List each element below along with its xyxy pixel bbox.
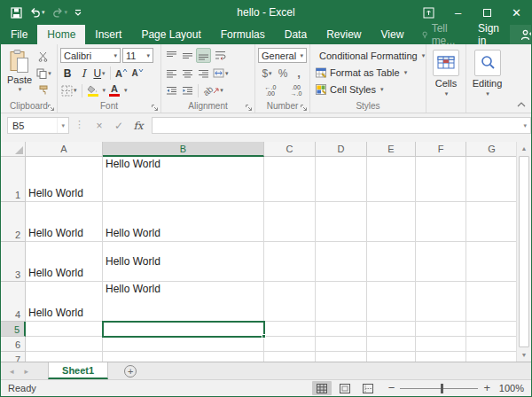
tab-formulas[interactable]: Formulas (211, 25, 275, 44)
tell-me-button[interactable]: Tell me... (413, 25, 467, 44)
cell-B6[interactable] (103, 337, 264, 352)
font-name-select[interactable]: Calibri▾ (60, 48, 121, 63)
increase-font-button[interactable]: A (114, 66, 129, 81)
scroll-down-icon[interactable]: ▼ (517, 348, 531, 362)
cell-G4[interactable] (466, 282, 518, 322)
increase-decimal-button[interactable]: ←.0 .00 (260, 83, 281, 98)
cell-E6[interactable] (367, 337, 416, 352)
paste-dropdown-icon[interactable]: ▾ (19, 86, 22, 93)
cell-F3[interactable] (416, 242, 466, 282)
italic-button[interactable]: I (76, 66, 90, 81)
select-all-button[interactable] (1, 142, 26, 157)
row-header-7[interactable]: 7 (1, 352, 26, 362)
name-box-dropdown-icon[interactable]: ▾ (57, 118, 68, 133)
merge-center-dropdown-icon[interactable]: ▾ (225, 70, 229, 77)
borders-dropdown-icon[interactable]: ▾ (74, 87, 77, 94)
row-header-1[interactable]: 1 (1, 157, 26, 202)
cell-E3[interactable] (367, 242, 416, 282)
cell-C6[interactable] (264, 337, 316, 352)
column-header-B[interactable]: B (103, 142, 264, 157)
save-button[interactable] (9, 4, 24, 20)
font-dialog-launcher[interactable] (151, 103, 159, 111)
cell-C1[interactable] (264, 157, 316, 202)
tab-review[interactable]: Review (317, 25, 371, 44)
cell-G2[interactable] (466, 202, 518, 242)
new-sheet-button[interactable]: + (124, 365, 137, 378)
zoom-slider-thumb[interactable] (441, 384, 443, 393)
top-align-button[interactable] (164, 48, 178, 63)
cell-G7[interactable] (466, 352, 518, 362)
fill-handle[interactable] (262, 334, 266, 339)
scroll-up-icon[interactable]: ▲ (517, 142, 531, 155)
editing-dropdown-icon[interactable]: ▾ (486, 90, 489, 97)
cell-D1[interactable] (316, 157, 367, 202)
number-format-select[interactable]: General▾ (258, 48, 307, 63)
close-button[interactable]: ✕ (502, 0, 531, 25)
cell-F4[interactable] (416, 282, 466, 322)
cell-D7[interactable] (316, 352, 367, 362)
align-right-button[interactable] (196, 66, 210, 81)
customize-qat-button[interactable] (73, 4, 83, 20)
zoom-out-button[interactable]: − (388, 384, 395, 393)
increase-indent-button[interactable] (180, 83, 194, 98)
page-layout-view-button[interactable] (335, 381, 355, 395)
cell-F7[interactable] (416, 352, 466, 362)
tab-data[interactable]: Data (275, 25, 317, 44)
undo-dropdown-icon[interactable]: ▾ (42, 9, 45, 16)
accounting-format-button[interactable]: $▾ (260, 66, 274, 81)
tab-insert[interactable]: Insert (85, 25, 131, 44)
tab-view[interactable]: View (372, 25, 414, 44)
formula-input[interactable]: ▾ (152, 117, 531, 134)
insert-function-button[interactable]: fx (129, 117, 148, 134)
cell-D6[interactable] (316, 337, 367, 352)
orientation-button[interactable]: ab ▾ (202, 83, 224, 98)
row-header-4[interactable]: 4 (1, 282, 26, 322)
previous-sheet-icon[interactable]: ◂ (10, 367, 14, 376)
column-header-C[interactable]: C (264, 142, 316, 157)
vertical-scrollbar-thumb[interactable] (519, 156, 529, 347)
fill-color-dropdown-icon[interactable]: ▾ (103, 87, 106, 94)
collapse-ribbon-button[interactable] (517, 98, 526, 109)
underline-dropdown-icon[interactable]: ▾ (102, 70, 106, 77)
cell-B2[interactable]: Hello World (103, 202, 264, 242)
alignment-dialog-launcher[interactable] (245, 103, 253, 111)
conditional-formatting-button[interactable]: Conditional Formatting ▾ (313, 47, 423, 64)
cell-F6[interactable] (416, 337, 466, 352)
bold-button[interactable]: B (60, 66, 74, 81)
cells-dropdown-icon[interactable]: ▾ (445, 90, 449, 97)
accounting-dropdown-icon[interactable]: ▾ (269, 70, 272, 77)
cell-D5[interactable] (316, 322, 367, 337)
row-header-5[interactable]: 5 (1, 322, 26, 337)
middle-align-button[interactable] (180, 48, 194, 63)
editing-button[interactable]: Editing ▾ (469, 47, 505, 97)
cell-C7[interactable] (264, 352, 316, 362)
cells-button[interactable]: Cells ▾ (429, 47, 463, 97)
cell-C4[interactable] (264, 282, 316, 322)
cell-D2[interactable] (316, 202, 367, 242)
orientation-dropdown-icon[interactable]: ▾ (220, 87, 223, 94)
merge-center-button[interactable]: ▾ (212, 66, 230, 81)
share-button[interactable]: Share (510, 25, 532, 44)
cancel-button[interactable]: × (90, 117, 109, 134)
cell-A1[interactable]: Hello World (26, 157, 103, 202)
column-header-G[interactable]: G (466, 142, 518, 157)
row-header-6[interactable]: 6 (1, 337, 26, 352)
cell-C5[interactable] (264, 322, 316, 337)
font-size-select[interactable]: 11▾ (122, 48, 153, 63)
clipboard-dialog-launcher[interactable] (47, 103, 55, 111)
undo-button[interactable]: ▾ (27, 4, 47, 20)
enter-button[interactable]: ✓ (109, 117, 129, 134)
cell-B3[interactable]: Hello World (103, 242, 264, 282)
tab-page-layout[interactable]: Page Layout (131, 25, 210, 44)
normal-view-button[interactable] (312, 381, 332, 395)
decrease-font-button[interactable]: A (130, 66, 145, 81)
cell-A6[interactable] (26, 337, 103, 352)
cell-E7[interactable] (367, 352, 416, 362)
zoom-in-button[interactable]: + (483, 384, 490, 393)
align-center-button[interactable] (180, 66, 194, 81)
cell-A2[interactable]: Hello World (26, 202, 103, 242)
cell-F1[interactable] (416, 157, 466, 202)
expand-formula-bar-icon[interactable]: ▾ (523, 122, 530, 129)
cell-D3[interactable] (316, 242, 367, 282)
column-header-F[interactable]: F (416, 142, 466, 157)
